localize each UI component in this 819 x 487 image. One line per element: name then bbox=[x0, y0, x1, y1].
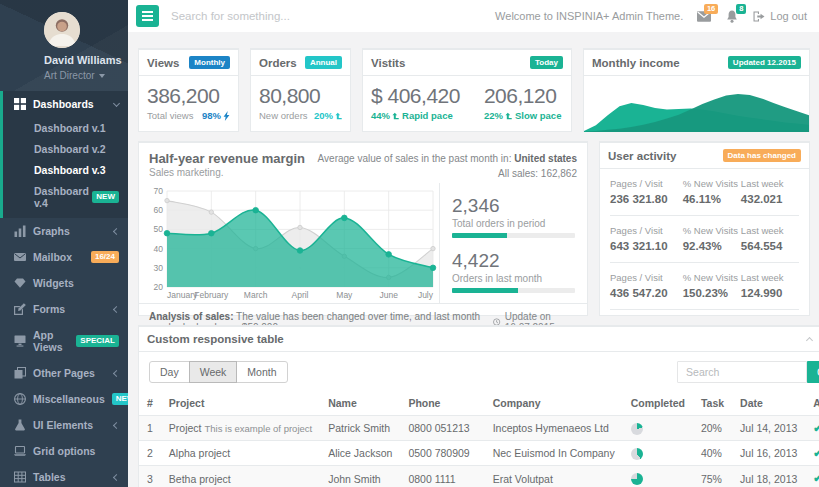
revenue-title: Half-year revenue margin bbox=[149, 151, 305, 166]
svg-text:40: 40 bbox=[154, 244, 164, 254]
views-badge: Monthly bbox=[189, 56, 230, 69]
user-activity-badge: Data has changed bbox=[723, 149, 801, 162]
sidebar-subitem-label: Dashboard v.1 bbox=[34, 122, 106, 134]
project-note: This is example of project bbox=[204, 423, 312, 434]
level-up-icon bbox=[505, 111, 512, 121]
activity-cell: % New Visits150.23% bbox=[683, 272, 741, 299]
svg-text:July: July bbox=[418, 290, 434, 300]
activity-value: 124.990 bbox=[741, 287, 799, 299]
welcome-text: Welcome to INSPINIA+ Admin Theme. bbox=[495, 10, 683, 22]
menu-toggle-button[interactable] bbox=[136, 5, 159, 27]
cell-name: Patrick Smith bbox=[320, 416, 400, 441]
sign-out-icon bbox=[753, 11, 765, 22]
visits-box: Vistits Today $ 406,420 44% Rapid pac bbox=[362, 48, 572, 132]
cell-phone: 0800 1111 bbox=[400, 466, 484, 487]
messages-badge: 16 bbox=[704, 4, 718, 15]
profile-role-dropdown[interactable]: Art Director bbox=[0, 70, 128, 81]
notifications-button[interactable]: 8 bbox=[725, 10, 739, 23]
sidebar-item-ui-elements[interactable]: UI Elements bbox=[3, 412, 128, 438]
profile-name: David Williams bbox=[0, 54, 128, 66]
cell-completed bbox=[623, 441, 693, 466]
activity-rows: Pages / Visit236 321.80% New Visits46.11… bbox=[600, 169, 809, 310]
sidebar-item-forms[interactable]: Forms bbox=[3, 296, 128, 322]
envelope-icon bbox=[14, 251, 26, 263]
cell-name: Alice Jackson bbox=[320, 441, 400, 466]
table-row: 3Betha projectJohn Smith0800 1111Erat Vo… bbox=[139, 466, 819, 487]
flask-icon bbox=[14, 419, 26, 431]
income-badge: Updated 12.2015 bbox=[728, 56, 801, 69]
sidebar-item-tables[interactable]: Tables bbox=[3, 464, 128, 487]
activity-col-label: % New Visits bbox=[683, 272, 741, 283]
sidebar-subitem[interactable]: Dashboard v.2 bbox=[3, 138, 128, 159]
completed-pie-icon bbox=[631, 423, 643, 435]
cell-project: Betha project bbox=[161, 466, 320, 487]
nav-group-ui-elements: UI Elements bbox=[0, 412, 128, 438]
sidebar-subitem[interactable]: Dashboard v.3 bbox=[3, 159, 128, 180]
collapse-button[interactable] bbox=[807, 336, 812, 343]
notifications-badge: 8 bbox=[736, 4, 746, 15]
sidebar-item-label: Forms bbox=[33, 303, 65, 315]
activity-row: Pages / Visit643 321.10% New Visits92.43… bbox=[610, 216, 799, 263]
messages-button[interactable]: 16 bbox=[697, 10, 711, 23]
activity-row: Pages / Visit236 321.80% New Visits46.11… bbox=[610, 169, 799, 216]
sidebar-item-dashboards[interactable]: Dashboards bbox=[3, 91, 128, 117]
cell-action: ✔ bbox=[805, 441, 819, 466]
svg-text:April: April bbox=[291, 290, 308, 300]
user-activity-title: User activity bbox=[608, 150, 676, 162]
table-controls: DayWeekMonth Go! bbox=[139, 352, 819, 391]
topbar-right: Welcome to INSPINIA+ Admin Theme. 16 8 bbox=[495, 10, 807, 23]
search-input[interactable] bbox=[171, 10, 371, 22]
cell-company: Nec Euismod In Company bbox=[485, 441, 623, 466]
caret-down-icon bbox=[99, 74, 105, 78]
sidebar-badge: NEW bbox=[92, 191, 119, 203]
activity-col-label: Pages / Visit bbox=[610, 272, 683, 283]
nav-group-graphs: Graphs bbox=[0, 218, 128, 244]
visits-value-1: $ 406,420 bbox=[371, 84, 460, 108]
sidebar-item-label: Other Pages bbox=[33, 367, 95, 379]
go-button[interactable]: Go! bbox=[807, 361, 819, 383]
activity-col-label: % New Visits bbox=[683, 225, 741, 236]
range-button-week[interactable]: Week bbox=[189, 361, 238, 383]
orders-badge: Annual bbox=[305, 56, 342, 69]
action-check-icon[interactable]: ✔ bbox=[813, 447, 819, 459]
avatar[interactable] bbox=[44, 12, 80, 48]
profile-section: David Williams Art Director bbox=[0, 0, 128, 91]
table-title: Custom responsive table bbox=[147, 333, 284, 345]
activity-value: 432.021 bbox=[741, 193, 799, 205]
table-search-input[interactable] bbox=[677, 361, 807, 383]
submenu-dashboards: Dashboard v.1Dashboard v.2Dashboard v.3D… bbox=[3, 117, 128, 218]
revenue-chart: 203040506070JanuaryFebruaryMarchAprilMay… bbox=[139, 183, 439, 303]
action-check-icon[interactable]: ✔ bbox=[813, 472, 819, 484]
cell-name: John Smith bbox=[320, 466, 400, 487]
sidebar-subitem-label: Dashboard v.2 bbox=[34, 143, 106, 155]
sidebar-item-other-pages[interactable]: Other Pages bbox=[3, 360, 128, 386]
sidebar-item-label: Dashboards bbox=[33, 98, 94, 110]
range-button-month[interactable]: Month bbox=[236, 361, 287, 383]
activity-cell: Pages / Visit643 321.10 bbox=[610, 225, 683, 252]
column-header-date: Date bbox=[732, 391, 805, 416]
activity-value: 643 321.10 bbox=[610, 240, 683, 252]
visits-title: Vistits bbox=[371, 57, 405, 69]
sidebar-item-mailbox[interactable]: Mailbox16/24 bbox=[3, 244, 128, 270]
nav-group-other-pages: Other Pages bbox=[0, 360, 128, 386]
activity-cell: Pages / Visit436 547.20 bbox=[610, 272, 683, 299]
cell-task: 75% bbox=[693, 466, 732, 487]
sidebar-item-miscellaneous[interactable]: MiscellaneousNEW bbox=[3, 386, 128, 412]
logout-button[interactable]: Log out bbox=[753, 10, 807, 22]
cell-completed bbox=[623, 416, 693, 441]
sidebar-item-graphs[interactable]: Graphs bbox=[3, 218, 128, 244]
sidebar-item-grid-options[interactable]: Grid options bbox=[3, 438, 128, 464]
cell-completed bbox=[623, 466, 693, 487]
panel-tools: × bbox=[807, 334, 819, 345]
level-up-icon bbox=[392, 111, 399, 121]
action-check-icon[interactable]: ✔ bbox=[813, 422, 819, 434]
sidebar-item-label: Tables bbox=[33, 471, 65, 483]
sidebar-item-widgets[interactable]: Widgets bbox=[3, 270, 128, 296]
cell-task: 20% bbox=[693, 416, 732, 441]
sidebar-item-app-views[interactable]: App ViewsSPECIAL bbox=[3, 322, 128, 360]
sidebar-subitem[interactable]: Dashboard v.4NEW bbox=[3, 180, 128, 213]
orders-percent: 20% bbox=[314, 110, 342, 121]
sidebar-subitem[interactable]: Dashboard v.1 bbox=[3, 117, 128, 138]
sidebar-subitem-label: Dashboard v.3 bbox=[34, 164, 106, 176]
range-button-day[interactable]: Day bbox=[149, 361, 190, 383]
